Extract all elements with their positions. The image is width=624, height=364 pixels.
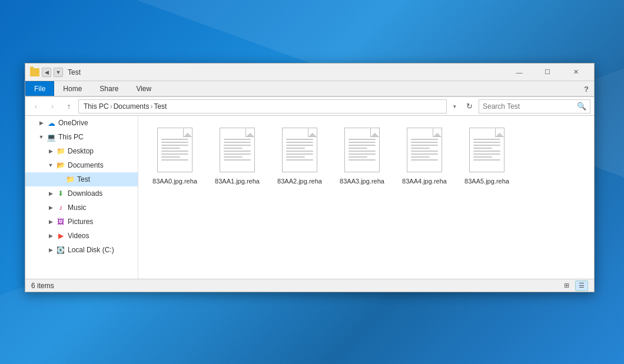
address-path[interactable]: This PC › Documents › Test bbox=[78, 99, 447, 113]
sidebar-label-local-disk: Local Disk (C:) bbox=[68, 246, 133, 254]
view-toggle-buttons: ⊞ ☰ bbox=[560, 280, 588, 291]
back-button[interactable]: ‹ bbox=[29, 99, 43, 113]
search-box[interactable]: 🔍 bbox=[479, 99, 590, 113]
file-explorer-window: ◀ ▼ Test — ☐ ✕ File Home Share View ? ‹ … bbox=[25, 63, 595, 292]
downloads-icon: ⬇ bbox=[56, 189, 65, 198]
sidebar-item-documents[interactable]: ▼ 📂 Documents bbox=[25, 158, 138, 172]
tree-toggle-videos: ▶ bbox=[47, 232, 55, 240]
tree-toggle-music: ▶ bbox=[47, 203, 55, 212]
window-controls: — ☐ ✕ bbox=[506, 64, 589, 81]
close-button[interactable]: ✕ bbox=[562, 64, 589, 81]
tree-toggle-local-disk: ▶ bbox=[47, 246, 55, 254]
test-folder-icon: 📁 bbox=[65, 175, 75, 184]
tree-toggle-pictures: ▶ bbox=[47, 218, 55, 226]
tree-toggle-downloads: ▶ bbox=[47, 189, 55, 198]
forward-button[interactable]: › bbox=[45, 99, 59, 113]
quick-access-btn-1[interactable]: ◀ bbox=[42, 68, 51, 77]
grid-view-button[interactable]: ⊞ bbox=[560, 280, 573, 291]
files-area: 83AA0.jpg.reha83AA1.jpg.reha83AA2.jpg.re… bbox=[138, 116, 594, 279]
search-icon[interactable]: 🔍 bbox=[577, 102, 586, 111]
ribbon-tabs: File Home Share View ? bbox=[25, 81, 594, 96]
search-input[interactable] bbox=[483, 102, 575, 111]
maximize-button[interactable]: ☐ bbox=[534, 64, 561, 81]
path-segment-test: Test bbox=[154, 102, 167, 111]
ribbon: File Home Share View ? bbox=[25, 81, 594, 97]
address-dropdown-btn[interactable]: ▾ bbox=[449, 99, 460, 113]
tree-toggle-test bbox=[56, 175, 64, 183]
window-folder-icon bbox=[30, 68, 39, 76]
refresh-button[interactable]: ↻ bbox=[462, 99, 476, 113]
sidebar-label-desktop: Desktop bbox=[68, 147, 133, 155]
sidebar-item-local-disk[interactable]: ▶ 💽 Local Disk (C:) bbox=[25, 243, 138, 257]
sidebar-label-onedrive: OneDrive bbox=[58, 119, 133, 127]
sidebar: ▶ ☁ OneDrive ▼ 💻 This PC ▶ 📁 Desktop ▼ 📂… bbox=[25, 116, 138, 279]
file-name: 83AA3.jpg.reha bbox=[340, 177, 384, 185]
help-button[interactable]: ? bbox=[579, 81, 594, 96]
tree-toggle-documents: ▼ bbox=[47, 161, 55, 169]
tree-toggle-desktop: ▶ bbox=[47, 147, 55, 155]
list-view-button[interactable]: ☰ bbox=[575, 280, 588, 291]
sidebar-label-downloads: Downloads bbox=[68, 189, 133, 198]
address-bar: ‹ › ↑ This PC › Documents › Test ▾ ↻ 🔍 bbox=[25, 97, 594, 116]
sidebar-item-thispc[interactable]: ▼ 💻 This PC bbox=[25, 130, 138, 144]
onedrive-icon: ☁ bbox=[47, 118, 56, 128]
sidebar-item-pictures[interactable]: ▶ 🖼 Pictures bbox=[25, 215, 138, 229]
tree-toggle-thispc: ▼ bbox=[37, 133, 45, 141]
sidebar-label-pictures: Pictures bbox=[68, 218, 133, 226]
files-grid: 83AA0.jpg.reha83AA1.jpg.reha83AA2.jpg.re… bbox=[144, 122, 588, 191]
desktop-icon: 📁 bbox=[56, 146, 65, 156]
music-icon: ♪ bbox=[56, 203, 65, 212]
up-button[interactable]: ↑ bbox=[62, 99, 76, 113]
tab-share[interactable]: Share bbox=[91, 81, 127, 96]
status-bar: 6 items ⊞ ☰ bbox=[25, 279, 594, 292]
file-item[interactable]: 83AA5.jpg.reha bbox=[459, 124, 515, 189]
file-item[interactable]: 83AA3.jpg.reha bbox=[334, 124, 390, 189]
tab-home[interactable]: Home bbox=[54, 81, 91, 96]
file-item[interactable]: 83AA2.jpg.reha bbox=[271, 124, 328, 189]
this-pc-icon: 💻 bbox=[47, 132, 56, 142]
tab-view[interactable]: View bbox=[127, 81, 160, 96]
title-icons: ◀ ▼ bbox=[30, 68, 63, 77]
sidebar-label-videos: Videos bbox=[68, 232, 133, 240]
file-name: 83AA4.jpg.reha bbox=[402, 177, 447, 185]
sidebar-item-test[interactable]: 📁 Test bbox=[25, 172, 138, 186]
item-count: 6 items bbox=[31, 282, 54, 290]
file-name: 83AA0.jpg.reha bbox=[152, 177, 197, 185]
file-name: 83AA1.jpg.reha bbox=[215, 177, 260, 185]
sidebar-label-thispc: This PC bbox=[58, 133, 133, 141]
window-title: Test bbox=[68, 68, 506, 76]
sidebar-item-downloads[interactable]: ▶ ⬇ Downloads bbox=[25, 186, 138, 201]
local-disk-icon: 💽 bbox=[56, 245, 65, 255]
file-name: 83AA5.jpg.reha bbox=[464, 177, 509, 185]
sidebar-item-videos[interactable]: ▶ ▶ Videos bbox=[25, 229, 138, 243]
file-item[interactable]: 83AA4.jpg.reha bbox=[396, 124, 453, 189]
title-bar: ◀ ▼ Test — ☐ ✕ bbox=[25, 64, 594, 81]
pictures-icon: 🖼 bbox=[56, 217, 65, 226]
file-item[interactable]: 83AA1.jpg.reha bbox=[209, 124, 265, 189]
main-content: ▶ ☁ OneDrive ▼ 💻 This PC ▶ 📁 Desktop ▼ 📂… bbox=[25, 116, 594, 279]
sidebar-item-music[interactable]: ▶ ♪ Music bbox=[25, 201, 138, 215]
documents-icon: 📂 bbox=[56, 161, 65, 170]
file-name: 83AA2.jpg.reha bbox=[277, 177, 322, 185]
sidebar-label-test: Test bbox=[77, 175, 133, 183]
quick-access-btn-2[interactable]: ▼ bbox=[54, 68, 63, 77]
sidebar-item-desktop[interactable]: ▶ 📁 Desktop bbox=[25, 144, 138, 158]
tab-file[interactable]: File bbox=[25, 81, 54, 96]
minimize-button[interactable]: — bbox=[506, 64, 533, 81]
path-segment-docs: Documents bbox=[114, 102, 150, 111]
path-segment-pc: This PC bbox=[84, 102, 109, 111]
file-item[interactable]: 83AA0.jpg.reha bbox=[147, 124, 203, 189]
sidebar-item-onedrive[interactable]: ▶ ☁ OneDrive bbox=[25, 116, 138, 130]
videos-icon: ▶ bbox=[56, 231, 65, 241]
sidebar-label-music: Music bbox=[68, 203, 133, 212]
tree-toggle-onedrive: ▶ bbox=[37, 119, 45, 127]
sidebar-label-documents: Documents bbox=[68, 161, 133, 169]
